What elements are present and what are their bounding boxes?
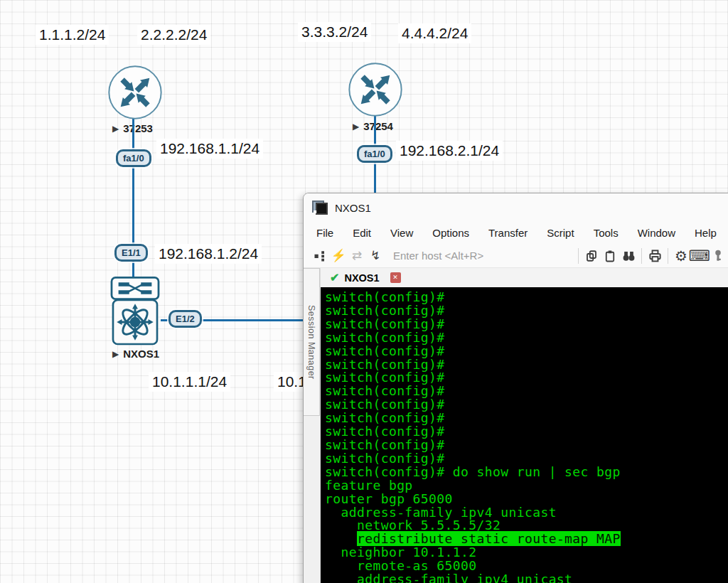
nxos-switch-node[interactable] xyxy=(109,299,161,346)
ip-label-2: 2.2.2.2/24 xyxy=(137,25,210,45)
interface-badge-e12[interactable]: E1/2 xyxy=(168,310,202,328)
multilayer-switch-icon xyxy=(109,299,161,346)
router2-node[interactable] xyxy=(348,62,403,117)
terminal-line: feature bgp xyxy=(325,479,728,493)
terminal-line: address-family ipv4 unicast xyxy=(325,573,728,583)
terminal-line: router bgp 65000 xyxy=(325,493,728,506)
securecrt-window: NXOS1 File Edit View Options Transfer Sc… xyxy=(303,193,728,583)
router-icon xyxy=(348,62,403,117)
terminal-line: switch(config)# xyxy=(325,452,728,466)
ip-label-4: 4.4.4.2/24 xyxy=(398,23,471,43)
play-icon: ▶ xyxy=(112,350,119,358)
selected-text: redistribute static route-map MAP xyxy=(357,531,621,546)
keyboard-icon[interactable]: ⌨ xyxy=(690,247,709,264)
window-body: Session Manager ✔ NXOS1 ✕ switch(config)… xyxy=(304,268,728,583)
terminal-line: switch(config)# xyxy=(325,345,728,358)
app-window-icon xyxy=(312,200,328,215)
key-icon[interactable] xyxy=(709,247,727,264)
link-ip-192-168-1-1: 192.168.1.1/24 xyxy=(156,139,263,159)
menu-transfer[interactable]: Transfer xyxy=(488,227,528,239)
session-manager-icon[interactable] xyxy=(311,247,329,264)
print-icon[interactable] xyxy=(646,247,664,264)
interface-badge-e11[interactable]: E1/1 xyxy=(114,244,148,262)
terminal-line: switch(config)# xyxy=(325,318,728,331)
tab-nxos1[interactable]: ✔ NXOS1 ✕ xyxy=(326,268,405,287)
menu-help[interactable]: Help xyxy=(695,227,717,239)
terminal-line: switch(config)# xyxy=(325,331,728,345)
tab-close-button[interactable]: ✕ xyxy=(390,272,401,283)
toolbar: ⚡ ⇄ ↯ Enter host <Alt+R> xyxy=(304,244,728,268)
link-ip-10-1-1-1: 10.1.1.1/24 xyxy=(149,372,230,392)
toolbar-separator xyxy=(641,248,642,264)
nxos-label[interactable]: ▶ NXOS1 xyxy=(112,348,159,360)
router-icon xyxy=(107,65,163,120)
quick-connect-icon[interactable]: ⚡ xyxy=(329,247,348,264)
menu-edit[interactable]: Edit xyxy=(353,227,371,239)
interface-badge-r1-fa10[interactable]: fa1/0 xyxy=(116,149,151,167)
host-input[interactable]: Enter host <Alt+R> xyxy=(393,250,483,262)
disconnect-icon[interactable]: ↯ xyxy=(366,247,385,264)
reconnect-icon[interactable]: ⇄ xyxy=(348,247,366,264)
toolbar-right-group: ⚙ ⌨ xyxy=(574,247,727,264)
menu-options[interactable]: Options xyxy=(432,227,469,239)
paste-icon[interactable] xyxy=(601,247,619,264)
copy-icon[interactable] xyxy=(582,247,601,264)
play-icon: ▶ xyxy=(353,122,359,131)
connected-check-icon: ✔ xyxy=(330,271,339,284)
tab-bar: ✔ NXOS1 ✕ xyxy=(321,268,728,287)
terminal-command-line: switch(config)# do show run | sec bgp xyxy=(325,466,728,479)
toolbar-separator xyxy=(668,248,668,264)
link-ip-192-168-2-1: 192.168.2.1/24 xyxy=(396,141,503,161)
menu-file[interactable]: File xyxy=(316,227,333,239)
terminal-column: ✔ NXOS1 ✕ switch(config)# switch(config)… xyxy=(321,268,728,583)
menu-script[interactable]: Script xyxy=(547,227,574,239)
router2-label[interactable]: ▶ 37254 xyxy=(353,120,393,132)
menu-view[interactable]: View xyxy=(390,227,413,239)
find-icon[interactable] xyxy=(619,247,638,264)
switch-icon xyxy=(110,277,160,300)
menu-window[interactable]: Window xyxy=(638,227,675,239)
ip-label-1: 1.1.1.2/24 xyxy=(36,25,109,45)
window-title: NXOS1 xyxy=(335,202,371,214)
session-manager-strip: Session Manager xyxy=(304,268,321,583)
link-ip-192-168-1-2: 192.168.1.2/24 xyxy=(155,244,262,264)
menu-tools[interactable]: Tools xyxy=(594,227,619,239)
interface-badge-r2-fa10[interactable]: fa1/0 xyxy=(357,145,392,163)
network-canvas: 1.1.1.2/24 2.2.2.2/24 3.3.3.2/24 4.4.4.2… xyxy=(0,0,728,583)
menu-bar: File Edit View Options Transfer Script T… xyxy=(304,222,728,244)
terminal-screen[interactable]: switch(config)# switch(config)# switch(c… xyxy=(321,287,728,583)
ethernet-switch-node[interactable] xyxy=(110,277,160,300)
settings-gear-icon[interactable]: ⚙ xyxy=(672,247,690,264)
play-icon: ▶ xyxy=(112,124,119,133)
ip-label-3: 3.3.3.2/24 xyxy=(298,22,371,42)
terminal-line: switch(config)# xyxy=(325,304,728,318)
window-titlebar[interactable]: NXOS1 xyxy=(304,193,728,222)
router1-node[interactable] xyxy=(107,65,163,120)
toolbar-separator xyxy=(578,248,579,264)
session-manager-tab[interactable]: Session Manager xyxy=(304,268,320,416)
